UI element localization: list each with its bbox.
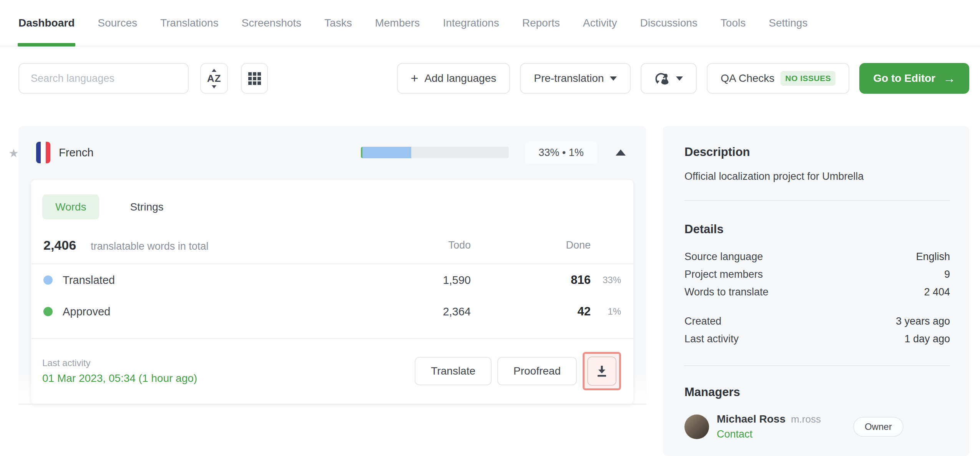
divider [31,338,633,339]
tab-members[interactable]: Members [375,0,420,46]
project-nav: Dashboard Sources Translations Screensho… [0,0,980,46]
tab-translations[interactable]: Translations [160,0,218,46]
grid-view-button[interactable] [241,63,268,94]
last-activity-link[interactable]: 01 Mar 2023, 05:34 (1 hour ago) [42,372,197,385]
owner-badge: Owner [853,417,904,437]
manager-username: m.ross [791,413,821,425]
detail-label: Created [684,312,721,330]
manager-avatar[interactable] [684,415,709,439]
approved-percent-value: 1% [591,306,621,317]
tab-tasks[interactable]: Tasks [324,0,352,46]
table-row-translated: Translated 1,590 816 33% [42,264,621,296]
pre-translation-label: Pre-translation [534,72,604,85]
tab-reports[interactable]: Reports [522,0,560,46]
translate-button[interactable]: Translate [415,357,492,385]
detail-value: English [916,248,950,265]
grid-view-icon [248,72,261,85]
detail-value: 2 404 [924,283,950,301]
stats-view-tabs: Words Strings [42,194,621,219]
qa-checks-button[interactable]: QA Checks NO ISSUES [707,63,849,94]
description-title: Description [684,145,950,159]
cloud-sync-icon [654,71,670,85]
download-button[interactable] [587,357,616,386]
detail-words-to-translate: Words to translate 2 404 [684,283,950,301]
approved-dot-icon [43,307,53,316]
total-words-caption: translatable words in total [91,240,208,252]
translated-done-value: 816 [471,273,591,287]
card-footer: Last activity 01 Mar 2023, 05:34 (1 hour… [42,352,621,390]
download-icon [596,365,608,377]
detail-value: 1 day ago [904,330,950,348]
go-to-editor-label: Go to Editor [873,72,935,85]
detail-value: 9 [944,265,950,283]
divider [684,200,950,201]
plus-icon: + [411,71,419,85]
detail-last-activity: Last activity 1 day ago [684,330,950,348]
translation-progress-bar [361,147,509,158]
detail-value: 3 years ago [896,312,950,330]
language-stats-card: Words Strings 2,406 translatable words i… [31,180,633,405]
tab-sources[interactable]: Sources [98,0,137,46]
details-title: Details [684,222,950,236]
machine-translation-button[interactable] [641,63,697,94]
stats-header-row: 2,406 translatable words in total Todo D… [42,238,621,253]
tab-discussions[interactable]: Discussions [640,0,697,46]
toolbar-actions: + Add languages Pre-translation QA Check… [397,63,969,94]
annotation-highlight-box [583,352,621,390]
column-header-todo: Todo [355,239,471,251]
row-label-translated: Translated [63,274,115,287]
translated-todo-value: 1,590 [355,274,471,287]
divider [684,365,950,366]
add-languages-button[interactable]: + Add languages [397,63,510,94]
chevron-down-icon [676,76,683,81]
progress-percent-chip: 33% • 1% [525,142,597,164]
detail-label: Words to translate [684,283,769,301]
sort-button[interactable]: AZ [200,63,228,94]
collapse-caret-icon[interactable] [616,149,626,156]
last-activity-label: Last activity [42,358,197,368]
tab-screenshots[interactable]: Screenshots [241,0,301,46]
arrow-right-icon: → [943,72,955,85]
translated-dot-icon [43,275,53,285]
french-flag-icon [36,142,50,163]
tab-words[interactable]: Words [42,194,99,219]
detail-created: Created 3 years ago [684,312,950,330]
detail-label: Last activity [684,330,739,348]
total-words-value: 2,406 [43,238,76,253]
language-name: French [59,146,93,159]
add-languages-label: Add languages [424,72,496,85]
tab-activity[interactable]: Activity [583,0,617,46]
go-to-editor-button[interactable]: Go to Editor → [859,63,969,94]
project-info-panel: Description Official localization projec… [663,126,969,456]
tab-integrations[interactable]: Integrations [443,0,499,46]
detail-label: Project members [684,265,763,283]
row-label-approved: Approved [63,305,110,318]
language-header[interactable]: French 33% • 1% [31,141,633,164]
languages-toolbar: AZ + Add languages Pre-translation [0,63,980,94]
manager-contact-link[interactable]: Contact [717,428,821,440]
detail-label: Source language [684,248,763,265]
qa-status-badge: NO ISSUES [781,71,835,86]
qa-checks-label: QA Checks [721,72,774,85]
az-sort-icon: AZ [207,70,221,87]
tab-strings[interactable]: Strings [117,194,176,219]
pre-translation-button[interactable]: Pre-translation [520,63,631,94]
tab-settings[interactable]: Settings [769,0,807,46]
table-row-approved: Approved 2,364 42 1% [42,296,621,327]
tab-dashboard[interactable]: Dashboard [18,0,75,46]
manager-name[interactable]: Michael Ross [717,413,786,425]
detail-source-language: Source language English [684,248,950,265]
favorite-star-icon[interactable]: ★ [8,148,19,159]
search-input[interactable] [18,63,189,94]
approved-todo-value: 2,364 [355,305,471,318]
manager-list-item: Michael Ross m.ross Contact Owner [684,413,950,440]
progress-translated [362,147,411,158]
column-header-done: Done [471,239,591,251]
language-card-french: French 33% • 1% Words Strings 2,406 tran… [18,126,646,405]
proofread-button[interactable]: Proofread [497,357,577,385]
approved-done-value: 42 [471,305,591,318]
managers-title: Managers [684,385,950,399]
detail-project-members: Project members 9 [684,265,950,283]
tab-tools[interactable]: Tools [721,0,746,46]
main-content: ★ French 33% • 1% Words Strings 2,406 tr… [0,126,980,456]
